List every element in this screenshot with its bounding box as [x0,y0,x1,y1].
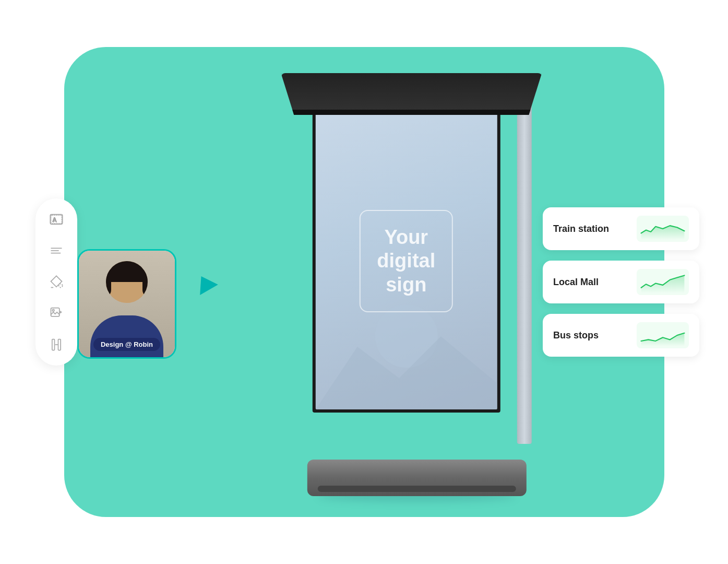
layout-icon[interactable] [48,336,65,353]
sparkline-train-station [637,216,689,242]
svg-text:A: A [52,216,57,224]
svg-marker-15 [315,336,497,409]
align-icon[interactable] [48,242,65,259]
kiosk-base [307,460,526,496]
fill-icon[interactable] [48,274,65,290]
kiosk-pole [517,99,531,444]
image-plus-icon[interactable] [48,305,65,322]
person-face [111,282,142,303]
location-label-bus-stops: Bus stops [553,330,628,341]
sparkline-local-mall [637,269,689,295]
person-body [90,315,163,357]
location-card-local-mall[interactable]: Local Mall [543,261,699,303]
screen-mountain [315,305,497,409]
svg-rect-8 [51,308,59,316]
name-badge: Design @ Robin [93,338,160,351]
toolbar: A A [35,198,77,366]
person-head [106,261,148,303]
kiosk-body: Your digital sign [312,110,500,413]
person-hair [106,261,148,285]
profile-card: Design @ Robin [77,249,176,359]
text-transform-icon[interactable]: A A [48,211,65,228]
location-label-local-mall: Local Mall [553,277,628,288]
sparkline-bus-stops [637,322,689,348]
avatar-frame: Design @ Robin [77,249,176,359]
scene-container: A A [0,0,728,564]
svg-rect-13 [58,339,61,350]
digital-sign-text-box: Your digital sign [359,210,453,313]
location-cards: Train station Local Mall [543,207,699,357]
svg-rect-12 [52,339,55,350]
location-label-train-station: Train station [553,224,628,234]
svg-point-11 [52,309,54,311]
sign-line-3: sign [377,273,435,297]
sign-line-2: digital [377,249,435,273]
svg-marker-17 [641,275,685,293]
kiosk-roof [281,73,542,115]
sign-line-1: Your [377,226,435,250]
kiosk: Your digital sign [270,68,563,496]
location-card-bus-stops[interactable]: Bus stops [543,314,699,357]
location-card-train-station[interactable]: Train station [543,207,699,250]
kiosk-screen: Your digital sign [315,113,497,409]
